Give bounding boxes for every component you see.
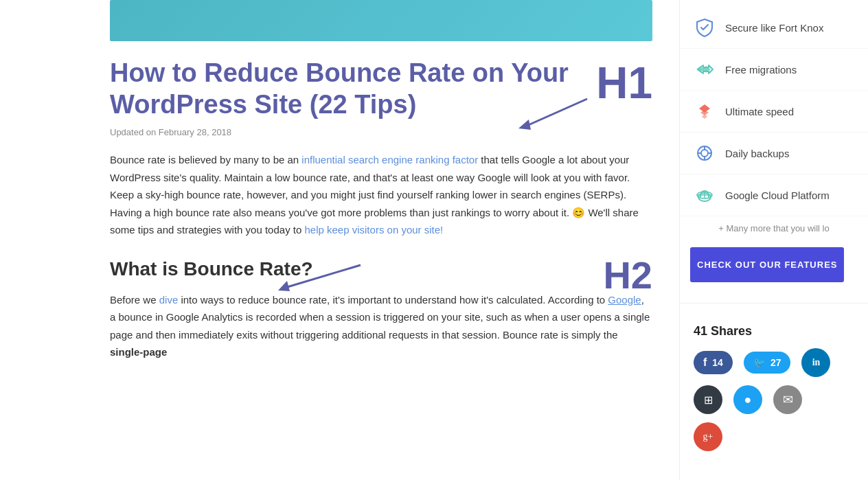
social-row-3: g+	[694, 422, 854, 451]
linkedin-icon: in	[812, 357, 821, 368]
sidebar: Secure like Fort Knox Free migrations	[679, 0, 868, 480]
cloud-icon	[694, 184, 716, 206]
cta-button[interactable]: CHECK OUT OUR FEATURES	[690, 247, 844, 282]
social-row-1: f 14 🐦 27 in	[694, 348, 854, 377]
features-section: Secure like Fort Knox Free migrations	[680, 7, 868, 304]
influential-link[interactable]: influential search engine ranking factor	[301, 154, 478, 165]
googleplus-icon: g+	[703, 431, 713, 442]
buffer-button[interactable]: ⊞	[694, 385, 722, 414]
twitter-icon: 🐦	[753, 357, 765, 368]
social-row-2: ⊞ ● ✉	[694, 385, 854, 414]
feature-item-cloud: Google Cloud Platform	[680, 174, 868, 216]
linkedin-button[interactable]: in	[801, 348, 830, 377]
svg-point-3	[701, 150, 708, 157]
keep-visitors-link[interactable]: help keep visitors on your site!	[304, 224, 443, 236]
h2-section: What is Bounce Rate? H2 Before we dive i…	[110, 258, 652, 361]
speed-icon	[694, 100, 716, 122]
shares-title: 41 Shares	[694, 324, 854, 339]
main-content: How to Reduce Bounce Rate on Your WordPr…	[0, 0, 679, 480]
feature-item-migrations: Free migrations	[680, 49, 868, 91]
email-icon: ✉	[783, 392, 793, 407]
shares-section: 41 Shares f 14 🐦 27 in ⊞ ●	[680, 317, 868, 466]
feature-item-secure: Secure like Fort Knox	[680, 7, 868, 49]
medium-button[interactable]: ●	[733, 385, 762, 414]
googleplus-button[interactable]: g+	[694, 422, 722, 451]
email-button[interactable]: ✉	[773, 385, 802, 414]
h2-annotation-badge: H2	[603, 253, 652, 297]
migration-icon	[694, 58, 716, 80]
buffer-icon: ⊞	[704, 393, 713, 407]
facebook-icon: f	[703, 356, 707, 369]
feature-label-backups: Daily backups	[725, 148, 789, 159]
feature-item-backups: Daily backups	[680, 133, 868, 174]
title-container: How to Reduce Bounce Rate on Your WordPr…	[110, 58, 652, 120]
h1-annotation-badge: H1	[596, 58, 652, 108]
feature-label-speed: Ultimate speed	[725, 106, 794, 117]
h2-arrow	[268, 262, 364, 293]
article-intro: Bounce rate is believed by many to be an…	[110, 151, 652, 239]
feature-label-secure: Secure like Fort Knox	[725, 22, 823, 34]
section-title-h2: What is Bounce Rate?	[110, 258, 652, 280]
h2-body: Before we dive into ways to reduce bounc…	[110, 291, 652, 361]
svg-marker-1	[278, 281, 290, 291]
facebook-count: 14	[712, 357, 723, 368]
svg-marker-0	[518, 119, 531, 130]
twitter-button[interactable]: 🐦 27	[744, 352, 791, 374]
facebook-button[interactable]: f 14	[694, 351, 733, 374]
feature-label-cloud: Google Cloud Platform	[725, 190, 830, 201]
hero-image	[110, 0, 652, 41]
feature-label-migrations: Free migrations	[725, 64, 797, 76]
medium-icon: ●	[744, 393, 752, 407]
dive-link[interactable]: dive	[159, 294, 179, 306]
backup-icon	[694, 142, 716, 164]
twitter-count: 27	[770, 357, 781, 368]
feature-item-speed: Ultimate speed	[680, 91, 868, 133]
h1-arrow	[505, 95, 594, 130]
shield-icon	[694, 16, 716, 38]
more-features-text: + Many more that you will lo	[680, 216, 868, 240]
